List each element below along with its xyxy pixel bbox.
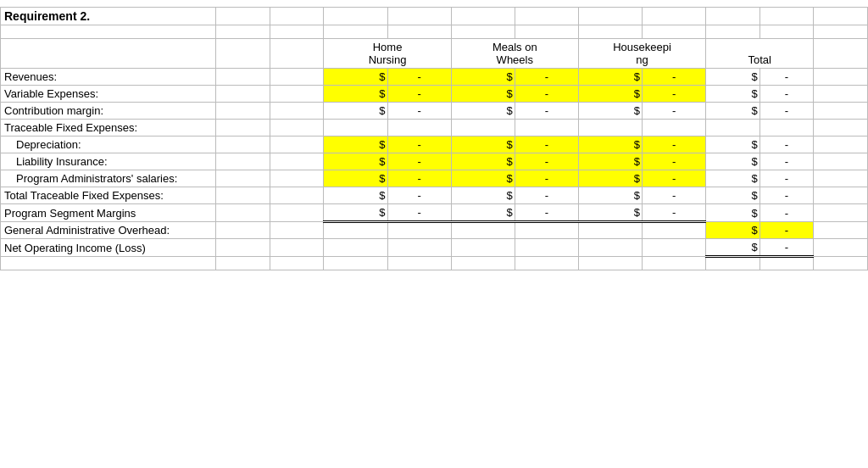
pas-tot-val[interactable]: - [760,170,814,187]
traceable-fixed-header-row: Traceable Fixed Expenses: [1,120,868,136]
gao-empty-7 [578,222,642,239]
gao-empty-9 [814,222,868,239]
psm-hn-dollar[interactable]: $ [324,204,387,222]
dep-mow-dollar[interactable]: $ [451,136,515,153]
psm-tot-val[interactable]: - [760,204,814,222]
varexp-mow-val[interactable]: - [515,86,578,103]
pas-tot-dollar[interactable]: $ [706,170,760,187]
psm-hn-val[interactable]: - [387,204,451,222]
header-home-nursing: HomeNursing [324,39,451,69]
gao-tot-dollar[interactable]: $ [706,222,760,239]
li-hk-val[interactable]: - [643,153,706,170]
li-empty-2 [270,153,324,170]
ttfe-mow-val[interactable]: - [515,187,578,204]
cm-mow-val[interactable]: - [515,103,578,120]
pas-hn-dollar[interactable]: $ [324,170,387,187]
header-total: Total [706,39,814,69]
li-hn-dollar[interactable]: $ [324,153,387,170]
cm-mow-dollar[interactable]: $ [451,103,515,120]
pas-hn-val[interactable]: - [387,170,451,187]
revenues-label: Revenues: [1,69,216,86]
li-mow-dollar[interactable]: $ [451,153,515,170]
pas-hk-dollar[interactable]: $ [578,170,642,187]
rev-tot-dollar[interactable]: $ [706,69,760,86]
cm-hk-val[interactable]: - [643,103,706,120]
varexp-hn-dollar[interactable]: $ [324,86,387,103]
cm-tot-dollar[interactable]: $ [706,103,760,120]
tfe-empty-9 [706,120,760,136]
dep-empty-1 [216,136,270,153]
tfe-empty-4 [387,120,451,136]
pas-mow-dollar[interactable]: $ [451,170,515,187]
header-empty-1 [216,39,270,69]
tfe-empty-1 [216,120,270,136]
varexp-tot-dollar[interactable]: $ [706,86,760,103]
varexp-hn-val[interactable]: - [387,86,451,103]
ttfe-hn-dollar[interactable]: $ [324,187,387,204]
psm-mow-val[interactable]: - [515,204,578,222]
program-segment-margins-row: Program Segment Margins $ - $ - $ - $ - [1,204,868,222]
noi-empty-3 [324,239,387,257]
varexp-hk-dollar[interactable]: $ [578,86,642,103]
empty-a [216,8,270,25]
rev-mow-dollar[interactable]: $ [451,69,515,86]
li-hk-dollar[interactable]: $ [578,153,642,170]
cm-hk-dollar[interactable]: $ [578,103,642,120]
dep-hk-dollar[interactable]: $ [578,136,642,153]
tfe-empty-3 [324,120,387,136]
varexp-tot-val[interactable]: - [760,86,814,103]
li-tot-dollar[interactable]: $ [706,153,760,170]
requirement-row: Requirement 2. [1,8,868,25]
rev-hk-val[interactable]: - [643,69,706,86]
dep-hn-dollar[interactable]: $ [324,136,387,153]
rev-hn-val[interactable]: - [387,69,451,86]
varexp-mow-dollar[interactable]: $ [451,86,515,103]
rev-mow-val[interactable]: - [515,69,578,86]
ttfe-mow-dollar[interactable]: $ [451,187,515,204]
ttfe-tot-val[interactable]: - [760,187,814,204]
empty-g [578,8,642,25]
total-traceable-row: Total Traceable Fixed Expenses: $ - $ - … [1,187,868,204]
ttfe-hk-val[interactable]: - [643,187,706,204]
gao-tot-val[interactable]: - [760,222,814,239]
dep-hn-val[interactable]: - [387,136,451,153]
pas-hk-val[interactable]: - [643,170,706,187]
rev-hk-dollar[interactable]: $ [578,69,642,86]
spacer-row-1 [1,25,868,39]
cm-tot-val[interactable]: - [760,103,814,120]
cm-hn-dollar[interactable]: $ [324,103,387,120]
ttfe-tot-dollar[interactable]: $ [706,187,760,204]
dep-tot-val[interactable]: - [760,136,814,153]
li-empty-3 [814,153,868,170]
gao-empty-8 [643,222,706,239]
li-hn-val[interactable]: - [387,153,451,170]
psm-mow-dollar[interactable]: $ [451,204,515,222]
noi-tot-val[interactable]: - [760,239,814,257]
ttfe-hn-val[interactable]: - [387,187,451,204]
li-mow-val[interactable]: - [515,153,578,170]
tfe-empty-6 [515,120,578,136]
ttfe-hk-dollar[interactable]: $ [578,187,642,204]
varexp-hk-val[interactable]: - [643,86,706,103]
empty-e [451,8,515,25]
psm-tot-dollar[interactable]: $ [706,204,760,222]
tfe-label: Traceable Fixed Expenses: [1,120,216,136]
requirement-label: Requirement 2. [1,8,216,25]
header-meals-on-wheels: Meals onWheels [451,39,578,69]
li-tot-val[interactable]: - [760,153,814,170]
rev-hn-dollar[interactable]: $ [324,69,387,86]
prog-admin-salaries-row: Program Administrators' salaries: $ - $ … [1,170,868,187]
cm-hn-val[interactable]: - [387,103,451,120]
dep-mow-val[interactable]: - [515,136,578,153]
pas-mow-val[interactable]: - [515,170,578,187]
rev-tot-val[interactable]: - [760,69,814,86]
dep-tot-dollar[interactable]: $ [706,136,760,153]
noi-tot-dollar[interactable]: $ [706,239,760,257]
psm-hk-dollar[interactable]: $ [578,204,642,222]
tfe-empty-5 [451,120,515,136]
dep-hk-val[interactable]: - [643,136,706,153]
empty-c [324,8,387,25]
varexp-empty-2 [270,86,324,103]
varexp-label: Variable Expenses: [1,86,216,103]
psm-hk-val[interactable]: - [643,204,706,222]
